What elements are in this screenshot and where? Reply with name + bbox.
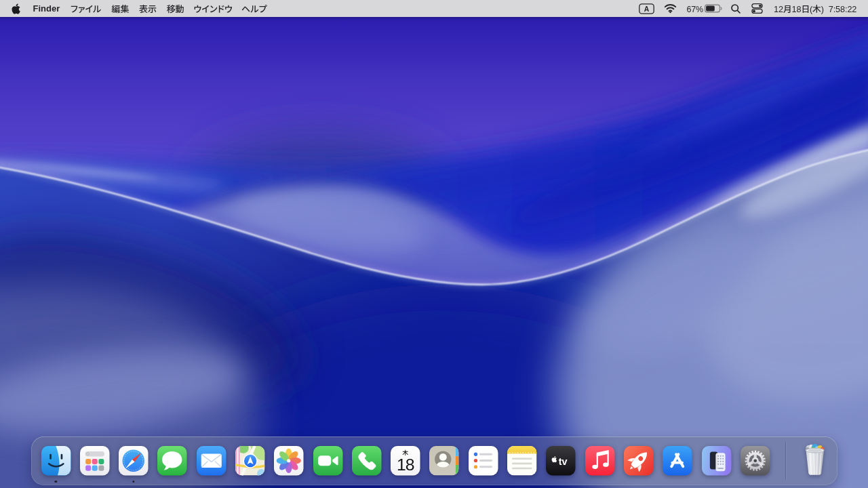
input-source-icon: A xyxy=(639,3,654,14)
contacts-icon xyxy=(429,445,460,476)
dock-item-phone[interactable] xyxy=(351,436,382,485)
wifi-menu[interactable] xyxy=(663,0,677,17)
dock-item-maps[interactable] xyxy=(235,436,266,485)
dock-item-trash[interactable] xyxy=(800,436,831,485)
spotlight-menu[interactable] xyxy=(729,0,742,17)
battery-menu[interactable] xyxy=(705,0,722,17)
desktop-wallpaper xyxy=(0,0,868,488)
dock-item-safari[interactable] xyxy=(118,436,149,485)
search-icon xyxy=(730,3,741,14)
dock-item-notes[interactable] xyxy=(507,436,538,485)
dock-item-messages[interactable] xyxy=(157,436,188,485)
facetime-icon xyxy=(313,445,344,476)
music-icon xyxy=(585,445,616,476)
reminders-icon xyxy=(468,445,499,476)
iphone-mirroring-icon xyxy=(701,445,732,476)
calendar-day: 18 xyxy=(397,455,414,474)
tv-icon: tv xyxy=(545,445,576,476)
dock-item-system-settings[interactable] xyxy=(740,436,771,485)
system-settings-icon xyxy=(740,445,771,476)
calendar-icon: 木 18 xyxy=(390,445,421,476)
tv-label: tv xyxy=(559,456,568,467)
dock: 木 18 xyxy=(31,436,837,485)
app-store-icon xyxy=(662,445,693,476)
input-source-menu[interactable]: A xyxy=(638,0,654,17)
menu-bar-shadow xyxy=(0,17,868,22)
finder-icon xyxy=(41,445,72,476)
dock-item-app-store[interactable] xyxy=(662,436,693,485)
apps-icon xyxy=(79,445,111,476)
notes-icon xyxy=(507,445,538,476)
running-indicator xyxy=(132,481,134,483)
dock-separator xyxy=(785,441,786,480)
dock-item-contacts[interactable] xyxy=(429,436,460,485)
menu-bar-status: A 67% xyxy=(0,0,868,17)
dock-item-reminders[interactable] xyxy=(468,436,499,485)
photos-icon xyxy=(273,445,304,476)
running-indicator xyxy=(55,481,57,483)
battery-percent: 67% xyxy=(680,0,703,17)
dock-item-finder[interactable] xyxy=(41,436,72,485)
input-source-letter: A xyxy=(644,5,649,12)
dock-item-games[interactable] xyxy=(623,436,654,485)
dock-item-facetime[interactable] xyxy=(313,436,344,485)
battery-icon xyxy=(705,4,722,13)
dock-item-tv[interactable]: tv xyxy=(545,436,576,485)
dock-item-mail[interactable] xyxy=(196,436,227,485)
control-center-menu[interactable] xyxy=(750,0,764,17)
mail-icon xyxy=(196,445,227,476)
dock-item-music[interactable] xyxy=(585,436,616,485)
messages-icon xyxy=(157,445,188,476)
dock-item-photos[interactable] xyxy=(273,436,304,485)
maps-icon xyxy=(235,445,266,476)
wifi-icon xyxy=(664,3,677,14)
dock-item-calendar[interactable]: 木 18 xyxy=(390,436,421,485)
dock-item-apps[interactable] xyxy=(79,436,111,485)
phone-icon xyxy=(351,445,382,476)
menu-bar: Finder ファイル 編集 表示 移動 ウインドウ ヘルプ A 67% xyxy=(0,0,868,17)
clock[interactable]: 12月18日(木) 7:58:22 xyxy=(774,0,859,17)
safari-icon xyxy=(118,445,149,476)
dock-item-iphone-mirroring[interactable] xyxy=(701,436,732,485)
games-icon xyxy=(623,445,654,476)
trash-icon xyxy=(800,442,831,476)
control-center-icon xyxy=(751,3,763,14)
